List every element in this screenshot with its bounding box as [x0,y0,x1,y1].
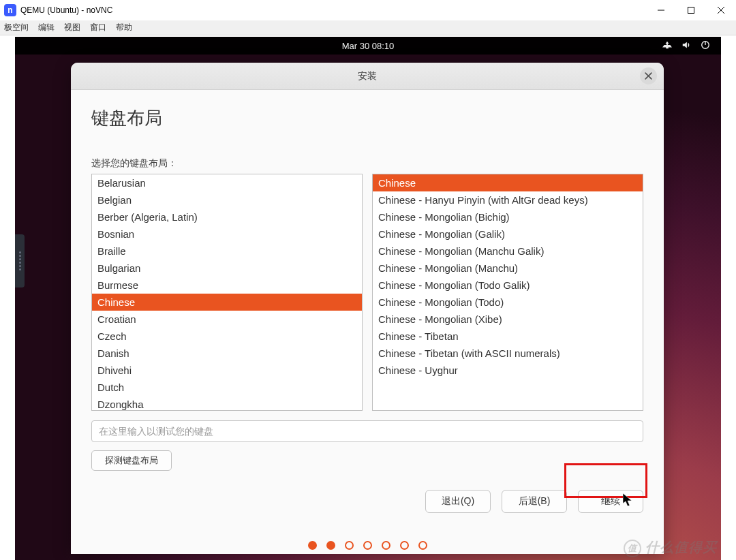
vnc-menubar: 极空间 编辑 视图 窗口 帮助 [0,20,736,35]
list-item[interactable]: Berber (Algeria, Latin) [92,208,362,225]
clock[interactable]: Mar 30 08:10 [15,41,721,51]
menu-item[interactable]: 编辑 [38,22,55,33]
pager-dot [382,541,390,550]
minimize-button[interactable] [646,0,676,20]
list-item[interactable]: Dutch [92,379,362,396]
continue-button[interactable]: 继续 [578,490,643,513]
list-item[interactable]: Chinese - Tibetan (with ASCII numerals) [373,345,643,362]
svg-rect-0 [688,7,694,14]
list-item[interactable]: Dhivehi [92,362,362,379]
menu-item[interactable]: 窗口 [90,22,106,33]
installer-title: 安装 [358,70,377,82]
detect-layout-button[interactable]: 探测键盘布局 [91,450,172,471]
back-button[interactable]: 后退(B) [502,490,567,513]
list-item[interactable]: Chinese - Mongolian (Xibe) [373,311,643,328]
list-item[interactable]: Danish [92,345,362,362]
maximize-button[interactable] [676,0,706,20]
vnc-area: Mar 30 08:10 安装 [0,35,736,560]
pager-dot [345,541,354,550]
volume-icon[interactable] [681,40,691,52]
list-item[interactable]: Chinese - Tibetan [373,328,643,345]
list-item[interactable]: Burmese [92,277,362,294]
list-item[interactable]: Czech [92,328,362,345]
pager-dot [326,541,335,550]
network-icon[interactable] [662,40,672,52]
list-item[interactable]: Chinese - Hanyu Pinyin (with AltGr dead … [373,191,643,208]
list-item[interactable]: Chinese - Uyghur [373,362,643,379]
layout-variant-list[interactable]: ChineseChinese - Hanyu Pinyin (with AltG… [372,174,643,411]
window-title: QEMU (Ubuntu) - noVNC [20,5,646,15]
installer-titlebar: 安装 [71,63,664,90]
list-item[interactable]: Bosnian [92,225,362,243]
list-item[interactable]: Chinese - Mongolian (Galik) [373,225,643,243]
pager-dots [71,541,664,550]
list-item[interactable]: Braille [92,243,362,260]
menu-item[interactable]: 帮助 [116,22,132,33]
list-item[interactable]: Chinese [373,174,643,191]
list-item[interactable]: Dzongkha [92,396,362,411]
power-icon[interactable] [701,40,710,52]
menu-item[interactable]: 视图 [64,22,80,33]
nav-buttons: 退出(Q) 后退(B) 继续 [91,490,643,513]
list-item[interactable]: Chinese - Mongolian (Todo) [373,294,643,311]
vnc-control-handle[interactable] [15,234,25,287]
pager-dot [363,541,372,550]
page-subheading: 选择您的键盘布局： [91,157,643,170]
list-item[interactable]: Chinese [92,294,362,311]
app-icon: n [4,4,16,16]
pager-dot [308,541,317,550]
pager-dot [400,541,409,550]
list-item[interactable]: Croatian [92,311,362,328]
installer-window: 安装 键盘布局 选择您的键盘布局： BelarusianBelgianBerbe… [71,63,664,554]
page-heading: 键盘布局 [91,106,643,130]
list-item[interactable]: Chinese - Mongolian (Manchu Galik) [373,243,643,260]
keyboard-test-input[interactable] [91,420,643,442]
list-item[interactable]: Chinese - Mongolian (Manchu) [373,260,643,277]
pager-dot [418,541,427,550]
layout-language-list[interactable]: BelarusianBelgianBerber (Algeria, Latin)… [91,174,363,411]
quit-button[interactable]: 退出(Q) [425,490,491,513]
installer-close-button[interactable] [640,67,657,84]
list-item[interactable]: Chinese - Mongolian (Todo Galik) [373,277,643,294]
installer-body: 键盘布局 选择您的键盘布局： BelarusianBelgianBerber (… [71,90,664,554]
list-item[interactable]: Bulgarian [92,260,362,277]
list-item[interactable]: Belgian [92,191,362,208]
ubuntu-desktop: Mar 30 08:10 安装 [15,37,721,560]
close-button[interactable] [706,0,736,20]
gnome-topbar: Mar 30 08:10 [15,37,721,55]
list-item[interactable]: Chinese - Mongolian (Bichig) [373,208,643,225]
list-item[interactable]: Belarusian [92,174,362,191]
menu-item[interactable]: 极空间 [4,22,29,33]
windows-titlebar: n QEMU (Ubuntu) - noVNC [0,0,736,20]
